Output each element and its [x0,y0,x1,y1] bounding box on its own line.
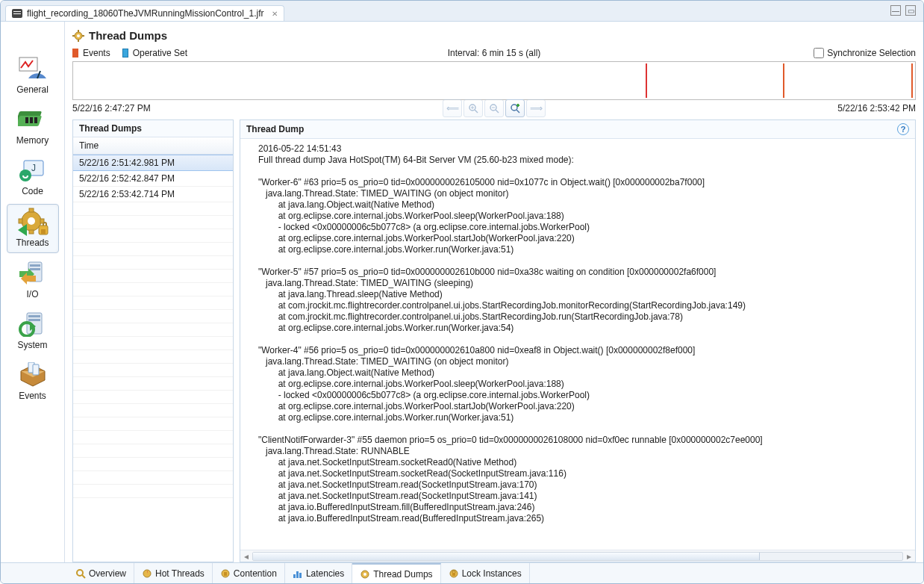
table-row[interactable] [73,270,233,283]
table-row[interactable] [73,202,233,216]
table-row[interactable] [73,377,233,391]
rail-item-events[interactable]: Events [7,358,59,406]
svg-rect-54 [224,572,227,576]
horizontal-scrollbar[interactable]: ◂ ▸ [240,550,915,562]
table-row[interactable] [73,323,233,337]
rail-label: System [17,340,47,350]
minimize-button[interactable]: — [890,5,901,16]
table-row[interactable] [73,229,233,243]
maximize-button[interactable]: ▭ [905,5,916,16]
svg-rect-12 [29,208,34,212]
timeline[interactable] [72,61,916,100]
tab-label: Hot Threads [155,568,205,579]
scroll-thumb[interactable] [253,553,760,560]
svg-rect-38 [82,35,84,37]
table-row[interactable] [73,296,233,310]
zoom-in-button [463,99,483,117]
scroll-track[interactable] [252,552,903,561]
tab-lock-instances[interactable]: Lock Instances [441,563,530,583]
rail-item-code[interactable]: J Code [7,153,59,201]
scroll-left-icon[interactable]: ◂ [240,551,252,562]
svg-rect-55 [293,574,296,578]
svg-rect-57 [299,573,302,578]
table-row[interactable] [73,364,233,377]
svg-rect-32 [33,364,39,375]
tab-latencies[interactable]: Latencies [285,563,352,583]
sync-checkbox[interactable] [814,48,824,58]
table-row[interactable] [73,243,233,256]
overview-icon [75,568,86,579]
timeline-event-mark [646,63,647,98]
legend-events: Events [83,48,110,58]
legend-opset: Operative Set [133,48,187,58]
table-row[interactable] [73,485,233,498]
help-icon[interactable]: ? [897,123,909,135]
nav-back-button: ⟸ [443,99,462,117]
table-row[interactable] [73,256,233,270]
rail-item-io[interactable]: I/O [7,256,59,304]
zoom-add-button[interactable] [505,99,525,117]
table-row[interactable] [73,458,233,471]
svg-point-34 [77,34,80,37]
rail-item-system[interactable]: System [7,307,59,355]
rail-item-threads[interactable]: Threads [7,204,59,253]
table-row[interactable]: 5/22/16 2:53:42.714 PM [73,187,233,202]
table-row[interactable] [73,471,233,485]
tab-overview[interactable]: Overview [68,563,134,583]
scroll-right-icon[interactable]: ▸ [903,551,915,562]
svg-rect-4 [25,117,28,123]
tab-contention[interactable]: Contention [213,563,285,583]
svg-rect-18 [41,229,46,234]
recording-file-icon [12,9,22,18]
table-row[interactable] [73,431,233,444]
svg-line-47 [516,110,519,113]
opset-swatch-icon [122,49,128,58]
table-row[interactable] [73,391,233,404]
rail-item-general[interactable]: General [7,52,59,99]
table-row[interactable] [73,283,233,296]
svg-rect-20 [30,264,40,267]
tab-label: Latencies [306,568,344,579]
tab-label: Lock Instances [462,568,522,579]
thread-dump-icon [72,30,84,42]
time-start: 5/22/16 2:47:27 PM [72,103,151,114]
left-pane-title: Thread Dumps [73,120,233,137]
thread-dump-text[interactable]: 2016-05-22 14:51:43 Full thread dump Jav… [240,139,915,550]
sync-selection[interactable]: Synchronize Selection [814,48,916,58]
rail-item-memory[interactable]: Memory [7,102,59,150]
general-icon [16,55,49,83]
rail-label: Memory [16,135,49,146]
system-icon [16,310,49,338]
rail-label: Threads [16,237,49,248]
latencies-icon [293,568,303,579]
tab-hot-threads[interactable]: Hot Threads [134,563,213,583]
code-icon: J [16,156,49,184]
table-row[interactable] [73,350,233,364]
table-row[interactable] [73,310,233,323]
table-row[interactable] [73,337,233,350]
table-row[interactable] [73,417,233,431]
file-tab-label: flight_recording_18060TheJVMRunningMissi… [27,8,264,19]
svg-rect-56 [296,571,299,578]
rail-label: Code [22,186,43,196]
page-title: Thread Dumps [65,22,923,46]
svg-line-44 [496,110,499,113]
sync-label: Synchronize Selection [827,48,916,58]
table-row[interactable]: 5/22/16 2:51:42.981 PM [73,155,233,171]
lock-instances-icon [449,568,459,579]
table-row[interactable] [73,404,233,417]
table-row[interactable] [73,444,233,458]
column-header-time[interactable]: Time [73,137,233,155]
svg-rect-61 [452,573,455,576]
close-icon[interactable]: ✕ [272,10,278,18]
dumps-table[interactable]: Time 5/22/16 2:51:42.981 PM 5/22/16 2:52… [73,137,233,562]
rail-label: General [16,84,49,95]
thread-dump-content: 2016-05-22 14:51:43 Full thread dump Jav… [258,143,915,524]
svg-marker-16 [18,224,27,236]
table-row[interactable] [73,216,233,229]
svg-point-46 [511,105,517,111]
file-tab[interactable]: flight_recording_18060TheJVMRunningMissi… [5,5,284,21]
right-pane-title: Thread Dump ? [240,120,915,139]
table-row[interactable]: 5/22/16 2:52:42.847 PM [73,171,233,187]
tab-thread-dumps[interactable]: Thread Dumps [352,563,440,583]
